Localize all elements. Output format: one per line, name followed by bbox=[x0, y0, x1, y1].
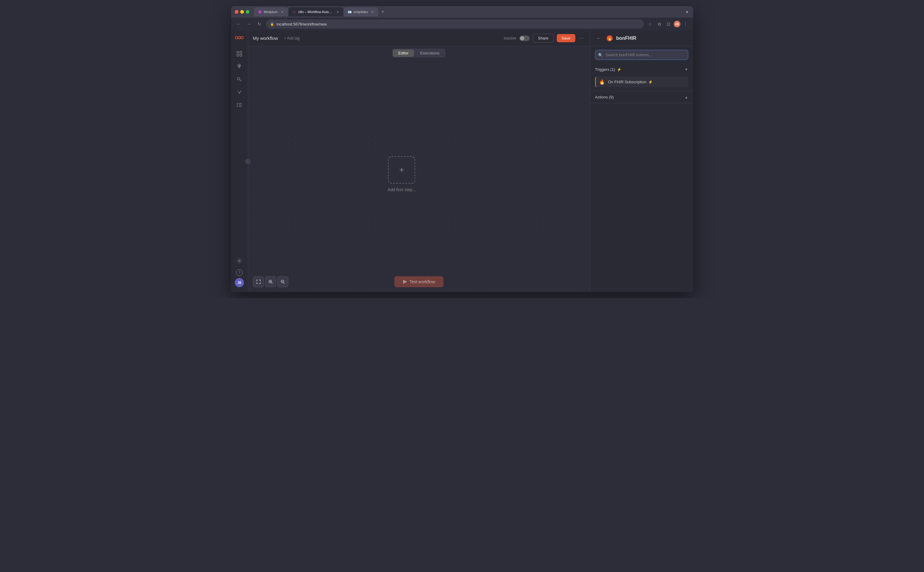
app-layout: › ? JB My workflow + Add tag In bbox=[231, 30, 693, 292]
trigger-lightning-icon: ⚡ bbox=[648, 80, 653, 84]
tab-n8n-close[interactable]: ✕ bbox=[336, 10, 340, 14]
canvas-background-dots bbox=[248, 60, 590, 292]
main-area: My workflow + Add tag Inactive Share Sav… bbox=[248, 30, 590, 292]
forward-nav-button[interactable]: → bbox=[245, 20, 253, 28]
sidebar-item-list[interactable] bbox=[234, 99, 245, 110]
medplum-favicon: 🟣 bbox=[258, 10, 262, 14]
sidebar-item-credentials[interactable] bbox=[234, 61, 245, 72]
browser-window: 🟣 Medplum ✕ ⬡ n8n – Workflow Automation … bbox=[231, 6, 693, 292]
triggers-label: Triggers (1) bbox=[595, 67, 615, 72]
triggers-content: 🔥 On FHIR Subscription ⚡ bbox=[590, 75, 693, 91]
user-profile-avatar[interactable]: JB bbox=[674, 21, 681, 27]
trigger-fhir-icon: 🔥 bbox=[599, 79, 605, 85]
tab-medplum[interactable]: 🟣 Medplum ✕ bbox=[254, 7, 288, 16]
sidebar-item-keys[interactable] bbox=[234, 74, 245, 85]
svg-rect-5 bbox=[237, 54, 239, 56]
zoom-out-button[interactable] bbox=[278, 276, 288, 287]
svg-point-7 bbox=[239, 65, 240, 66]
close-button[interactable] bbox=[235, 10, 239, 14]
sidebar-collapse-button[interactable]: › bbox=[245, 159, 251, 164]
trigger-item-fhir-subscription[interactable]: 🔥 On FHIR Subscription ⚡ bbox=[595, 76, 688, 87]
refresh-button[interactable]: ↻ bbox=[256, 20, 264, 28]
tab-smtp4dev[interactable]: 📧 smtp4dev ✕ bbox=[344, 7, 378, 16]
svg-point-12 bbox=[239, 260, 240, 262]
lock-icon: 🔒 bbox=[270, 22, 274, 26]
maximize-button[interactable] bbox=[246, 10, 250, 14]
active-toggle[interactable] bbox=[519, 36, 530, 41]
svg-point-10 bbox=[237, 104, 238, 106]
actions-chevron-icon: ▲ bbox=[685, 95, 688, 99]
inactive-label: Inactive bbox=[504, 36, 516, 40]
trigger-label: On FHIR Subscription ⚡ bbox=[608, 79, 653, 84]
top-bar: My workflow + Add tag Inactive Share Sav… bbox=[248, 30, 590, 46]
tab-medplum-close[interactable]: ✕ bbox=[280, 10, 284, 14]
triggers-section-header[interactable]: Triggers (1) ⚡ ▼ bbox=[590, 64, 693, 75]
tab-n8n[interactable]: ⬡ n8n – Workflow Automation ✕ bbox=[288, 7, 343, 16]
panel-search: 🔍 bbox=[595, 50, 688, 60]
url-text: localhost:5678/workflow/new bbox=[277, 22, 327, 26]
bookmark-icon[interactable]: ☆ bbox=[646, 20, 654, 28]
tab-editor[interactable]: Editor bbox=[393, 49, 414, 57]
tab-group: Editor Executions bbox=[392, 49, 446, 58]
back-nav-button[interactable]: ← bbox=[235, 20, 243, 28]
panel-title: bonFHIR bbox=[616, 36, 637, 41]
add-first-step-area: + Add first step... bbox=[388, 156, 416, 192]
sidebar-item-variables[interactable] bbox=[234, 87, 245, 98]
triggers-lightning-icon: ⚡ bbox=[617, 67, 622, 72]
search-input[interactable] bbox=[595, 50, 688, 60]
tab-executions[interactable]: Executions bbox=[415, 49, 445, 57]
save-button[interactable]: Save bbox=[557, 34, 575, 42]
tab-dropdown[interactable]: ▾ bbox=[685, 8, 690, 16]
svg-rect-6 bbox=[240, 54, 242, 56]
sidebar-item-help[interactable]: ? bbox=[236, 269, 243, 276]
panel-triggers-section: Triggers (1) ⚡ ▼ 🔥 On FHIR Subscription … bbox=[590, 64, 693, 91]
svg-rect-4 bbox=[240, 51, 242, 53]
share-button[interactable]: Share bbox=[533, 34, 554, 42]
add-step-label: Add first step... bbox=[388, 187, 416, 192]
svg-text:🔥: 🔥 bbox=[607, 36, 612, 41]
svg-point-11 bbox=[237, 106, 238, 107]
tab-smtp-close[interactable]: ✕ bbox=[370, 10, 375, 14]
workflow-canvas[interactable]: + Add first step... bbox=[248, 60, 590, 292]
panel-back-button[interactable]: ← bbox=[595, 34, 603, 42]
new-tab-button[interactable]: + bbox=[379, 8, 387, 16]
zoom-in-button[interactable] bbox=[265, 276, 276, 287]
workflow-title: My workflow bbox=[253, 36, 278, 41]
test-workflow-button[interactable]: Test workflow bbox=[394, 276, 443, 287]
test-workflow-label: Test workflow bbox=[409, 279, 435, 284]
window-icon[interactable]: ⊡ bbox=[665, 20, 673, 28]
sidebar-item-workflows[interactable] bbox=[234, 48, 245, 59]
sidebar-user-avatar[interactable]: JB bbox=[235, 278, 244, 287]
svg-rect-3 bbox=[237, 51, 239, 53]
editor-tabs: Editor Executions bbox=[248, 46, 590, 60]
fit-view-button[interactable] bbox=[253, 276, 264, 287]
svg-point-9 bbox=[237, 103, 238, 104]
more-options-button[interactable]: ··· bbox=[578, 34, 585, 42]
extension-icon[interactable]: ⧉ bbox=[656, 20, 664, 28]
traffic-lights bbox=[235, 10, 250, 14]
tab-n8n-title: n8n – Workflow Automation bbox=[298, 10, 333, 14]
n8n-favicon: ⬡ bbox=[292, 10, 296, 14]
sidebar-bottom: ? JB bbox=[234, 254, 245, 290]
browser-more-icon[interactable]: ⋮ bbox=[682, 20, 690, 28]
tab-medplum-title: Medplum bbox=[264, 10, 278, 14]
minimize-button[interactable] bbox=[240, 10, 244, 14]
sidebar: › ? JB bbox=[231, 30, 248, 292]
triggers-title: Triggers (1) ⚡ bbox=[595, 67, 622, 72]
add-step-button[interactable]: + bbox=[388, 156, 415, 183]
tab-smtp-title: smtp4dev bbox=[353, 10, 368, 14]
url-bar[interactable]: 🔒 localhost:5678/workflow/new bbox=[266, 19, 644, 29]
actions-section-header[interactable]: Actions (9) ▲ bbox=[590, 91, 693, 103]
canvas-toolbar bbox=[253, 276, 288, 287]
add-tag-button[interactable]: + Add tag bbox=[282, 35, 302, 41]
svg-point-2 bbox=[241, 36, 243, 39]
svg-point-1 bbox=[238, 36, 240, 39]
tabs-bar: 🟣 Medplum ✕ ⬡ n8n – Workflow Automation … bbox=[254, 7, 690, 16]
logo-icon bbox=[235, 34, 243, 42]
app-logo[interactable] bbox=[234, 33, 245, 44]
svg-point-0 bbox=[236, 36, 238, 39]
actions-title: Actions (9) bbox=[595, 95, 614, 99]
triggers-chevron-icon: ▼ bbox=[685, 67, 688, 72]
sidebar-item-settings[interactable] bbox=[234, 255, 245, 266]
smtp-favicon: 📧 bbox=[347, 10, 352, 14]
